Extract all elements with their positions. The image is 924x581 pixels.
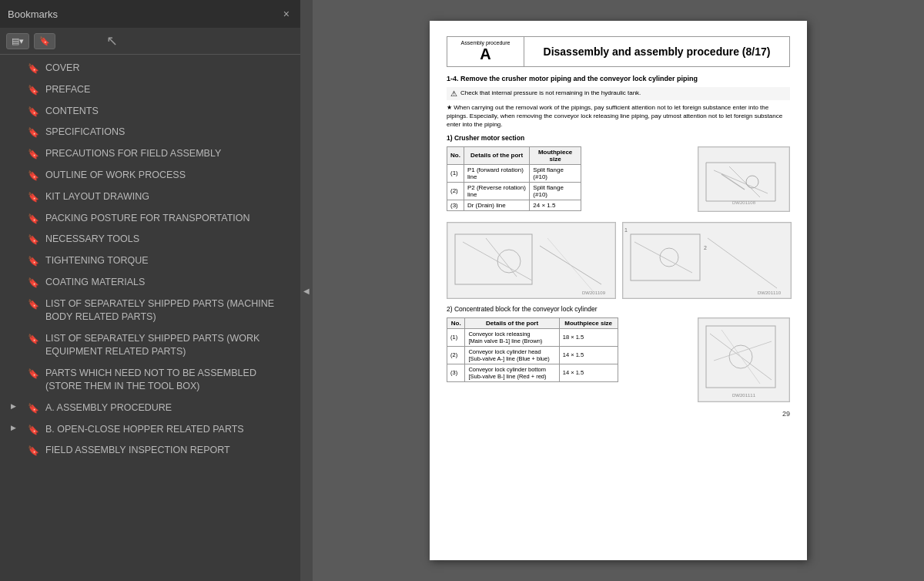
bookmark-leaf-icon: 🔖 xyxy=(28,191,39,204)
image4-svg: DW201111 xyxy=(698,318,789,401)
bookmark-label: NECESSARY TOOLS xyxy=(45,233,293,247)
bookmark-item[interactable]: 🔖COVER xyxy=(0,58,300,79)
bookmark-item[interactable]: 🔖LIST OF SEPARATELY SHIPPED PARTS (MACHI… xyxy=(0,294,300,328)
bookmark-leaf-icon: 🔖 xyxy=(28,402,39,415)
table2: No.Details of the portMouthpiece size (1… xyxy=(447,317,618,382)
bookmark-item[interactable]: 🔖FIELD ASSEMBLY INSPECTION REPORT xyxy=(0,440,300,462)
bookmark-leaf-icon: 🔖 xyxy=(28,62,39,76)
table2-cell: (2) xyxy=(447,346,465,364)
sidebar-toolbar: ▤▾ 🔖 ↖ xyxy=(0,28,300,55)
bookmark-label: CONTENTS xyxy=(45,105,293,119)
bookmark-leaf-icon: 🔖 xyxy=(28,277,39,290)
warning-box: ⚠ Check that internal pressure is not re… xyxy=(447,87,790,100)
bookmark-leaf-icon: 🔖 xyxy=(28,255,39,268)
main-content: ◀ Assembly procedure A Disassembly and a… xyxy=(300,0,924,581)
page-title: Disassembly and assembly procedure (8/17… xyxy=(524,41,789,62)
bookmark-label: PRECAUTIONS FOR FIELD ASSEMBLY xyxy=(45,147,293,161)
table1-cell: P2 (Reverse rotation) line xyxy=(464,182,529,200)
bookmark-item[interactable]: 🔖OUTLINE OF WORK PROCESS xyxy=(0,165,300,186)
bookmark-item[interactable]: 🔖PRECAUTIONS FOR FIELD ASSEMBLY xyxy=(0,143,300,165)
bookmark-leaf-icon: 🔖 xyxy=(28,445,39,458)
table2-row: (2)Conveyor lock cylinder head [Sub-valv… xyxy=(447,346,618,364)
procedure-label: Assembly procedure xyxy=(454,40,517,45)
section2-content: No.Details of the portMouthpiece size (1… xyxy=(447,317,790,402)
image1: DW201108 xyxy=(698,146,790,212)
bookmark-leaf-icon: 🔖 xyxy=(28,333,39,346)
table1-cell: Dr (Drain) line xyxy=(464,200,529,210)
table1-col-header: Mouthpiece size xyxy=(530,146,581,164)
close-button[interactable]: × xyxy=(280,7,293,21)
table1-cell: Split flange (#10) xyxy=(530,164,581,182)
page-area: Assembly procedure A Disassembly and ass… xyxy=(313,0,924,581)
table2-col-header: No. xyxy=(447,317,465,328)
table2-row: (3)Conveyor lock cylinder bottom [Sub-va… xyxy=(447,364,618,381)
bookmark-item[interactable]: 🔖PACKING POSTURE FOR TRANSPORTATION xyxy=(0,208,300,230)
list-view-button[interactable]: ▤▾ xyxy=(6,33,29,49)
bookmark-add-button[interactable]: 🔖 xyxy=(34,33,55,49)
table1-cell: (3) xyxy=(447,200,464,210)
procedure-label-cell: Assembly procedure A xyxy=(447,37,524,66)
bookmark-leaf-icon: 🔖 xyxy=(28,233,39,247)
bookmark-label: PACKING POSTURE FOR TRANSPORTATION xyxy=(45,212,293,226)
bookmark-item[interactable]: 🔖PREFACE xyxy=(0,79,300,101)
bookmark-label: COVER xyxy=(45,62,293,76)
document-page: Assembly procedure A Disassembly and ass… xyxy=(430,21,807,560)
bookmark-item[interactable]: ▶🔖B. OPEN-CLOSE HOPPER RELATED PARTS xyxy=(0,419,300,441)
bookmark-leaf-icon: 🔖 xyxy=(28,424,39,437)
table1-row: (3)Dr (Drain) line24 × 1.5 xyxy=(447,200,581,210)
bookmark-label: PARTS WHICH NEED NOT TO BE ASSEMBLED (ST… xyxy=(45,367,293,394)
table1-container: No.Details of the portMouthpiece size (1… xyxy=(447,146,691,216)
sidebar-title: Bookmarks xyxy=(8,8,58,20)
bookmark-item[interactable]: ▶🔖A. ASSEMBLY PROCEDURE xyxy=(0,398,300,419)
bookmark-leaf-icon: 🔖 xyxy=(28,84,39,97)
bookmark-item[interactable]: 🔖TIGHTENING TORQUE xyxy=(0,250,300,272)
table1-body: (1)P1 (forward rotation) lineSplit flang… xyxy=(447,164,581,210)
bookmark-label: TIGHTENING TORQUE xyxy=(45,254,293,268)
list-view-icon: ▤▾ xyxy=(12,36,24,46)
bookmark-item[interactable]: 🔖SPECIFICATIONS xyxy=(0,122,300,143)
image3-svg: DW201110 1 2 xyxy=(623,223,791,298)
svg-text:DW201111: DW201111 xyxy=(732,393,756,398)
bookmark-item[interactable]: 🔖LIST OF SEPARATELY SHIPPED PARTS (WORK … xyxy=(0,328,300,363)
table2-header-row: No.Details of the portMouthpiece size xyxy=(447,317,618,328)
expand-arrow-icon: ▶ xyxy=(11,401,16,411)
table2-row: (1)Conveyor lock releasing [Main valve B… xyxy=(447,328,618,346)
collapse-arrow-icon: ◀ xyxy=(303,287,310,295)
table2-cell: Conveyor lock cylinder head [Sub-valve A… xyxy=(465,346,559,364)
bookmark-item[interactable]: 🔖NECESSARY TOOLS xyxy=(0,229,300,250)
bookmark-label: B. OPEN-CLOSE HOPPER RELATED PARTS xyxy=(45,423,293,437)
subsection2-text: 2) Concentrated block for the conveyor l… xyxy=(447,305,598,313)
bookmark-leaf-icon: 🔖 xyxy=(28,298,39,311)
svg-text:DW201110: DW201110 xyxy=(758,290,782,295)
bookmark-label: LIST OF SEPARATELY SHIPPED PARTS (MACHIN… xyxy=(45,297,293,324)
bookmark-leaf-icon: 🔖 xyxy=(28,106,39,119)
table2-col-header: Details of the port xyxy=(465,317,559,328)
bookmark-item[interactable]: 🔖PARTS WHICH NEED NOT TO BE ASSEMBLED (S… xyxy=(0,363,300,398)
cursor-indicator: ↖ xyxy=(106,32,118,49)
note-star: ★ xyxy=(447,104,454,111)
bookmark-label: COATING MATERIALS xyxy=(45,276,293,290)
bookmark-leaf-icon: 🔖 xyxy=(28,368,39,381)
collapse-handle[interactable]: ◀ xyxy=(300,0,313,581)
table1-cell: (2) xyxy=(447,182,464,200)
bookmark-item[interactable]: 🔖COATING MATERIALS xyxy=(0,272,300,294)
svg-text:2: 2 xyxy=(704,245,707,250)
bookmark-item[interactable]: 🔖KIT LAYOUT DRAWING xyxy=(0,186,300,208)
table1-row: (2)P2 (Reverse rotation) lineSplit flang… xyxy=(447,182,581,200)
table2-cell: Conveyor lock cylinder bottom [Sub-valve… xyxy=(465,364,559,381)
bookmark-item[interactable]: 🔖CONTENTS xyxy=(0,101,300,123)
bookmark-label: LIST OF SEPARATELY SHIPPED PARTS (WORK E… xyxy=(45,332,293,359)
table2-header: No.Details of the portMouthpiece size xyxy=(447,317,618,328)
bookmark-leaf-icon: 🔖 xyxy=(28,170,39,183)
table1-header-row: No.Details of the portMouthpiece size xyxy=(447,146,581,164)
table1-cell: Split flange (#10) xyxy=(530,182,581,200)
table2-cell: (1) xyxy=(447,328,465,346)
subsection1-label: 1) Crusher motor section xyxy=(447,134,790,142)
table2-cell: 18 × 1.5 xyxy=(559,328,618,346)
table2-cell: 14 × 1.5 xyxy=(559,346,618,364)
bookmark-leaf-icon: 🔖 xyxy=(28,126,39,139)
image3: DW201110 1 2 xyxy=(622,222,792,299)
table2-cell: (3) xyxy=(447,364,465,381)
section-title: 1-4. Remove the crusher motor piping and… xyxy=(447,75,790,82)
table1-col-header: Details of the port xyxy=(464,146,529,164)
